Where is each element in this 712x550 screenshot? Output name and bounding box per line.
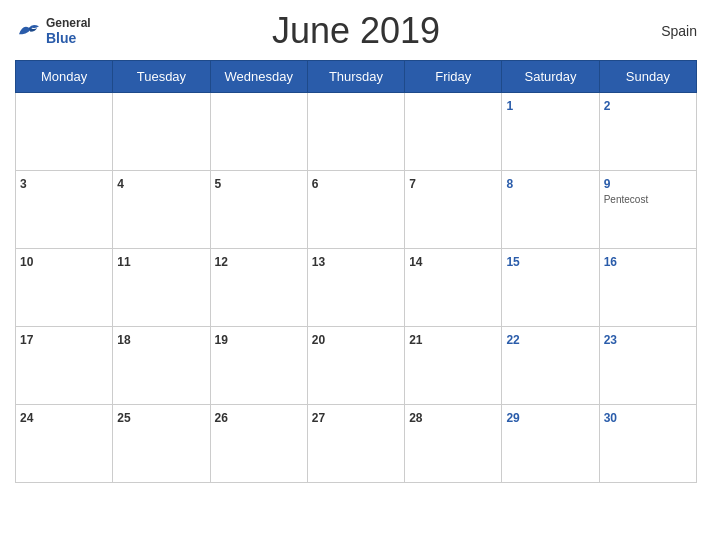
calendar-week-row: 3456789Pentecost bbox=[16, 171, 697, 249]
day-number: 29 bbox=[506, 411, 519, 425]
calendar-cell: 14 bbox=[405, 249, 502, 327]
calendar-cell: 7 bbox=[405, 171, 502, 249]
calendar-cell: 2 bbox=[599, 93, 696, 171]
calendar-cell: 25 bbox=[113, 405, 210, 483]
day-number: 3 bbox=[20, 177, 27, 191]
calendar-week-row: 12 bbox=[16, 93, 697, 171]
day-number: 21 bbox=[409, 333, 422, 347]
calendar-cell bbox=[307, 93, 404, 171]
weekday-sunday: Sunday bbox=[599, 61, 696, 93]
calendar-table: Monday Tuesday Wednesday Thursday Friday… bbox=[15, 60, 697, 483]
calendar-cell: 9Pentecost bbox=[599, 171, 696, 249]
calendar-cell: 10 bbox=[16, 249, 113, 327]
day-number: 27 bbox=[312, 411, 325, 425]
day-number: 6 bbox=[312, 177, 319, 191]
calendar-header: General Blue June 2019 Spain bbox=[15, 10, 697, 52]
day-number: 7 bbox=[409, 177, 416, 191]
weekday-monday: Monday bbox=[16, 61, 113, 93]
day-number: 18 bbox=[117, 333, 130, 347]
day-number: 22 bbox=[506, 333, 519, 347]
calendar-cell: 19 bbox=[210, 327, 307, 405]
country-label: Spain bbox=[661, 23, 697, 39]
day-number: 20 bbox=[312, 333, 325, 347]
calendar-week-row: 17181920212223 bbox=[16, 327, 697, 405]
calendar-cell bbox=[405, 93, 502, 171]
day-number: 5 bbox=[215, 177, 222, 191]
day-number: 4 bbox=[117, 177, 124, 191]
calendar-cell: 29 bbox=[502, 405, 599, 483]
weekday-saturday: Saturday bbox=[502, 61, 599, 93]
calendar-cell: 3 bbox=[16, 171, 113, 249]
calendar-cell: 21 bbox=[405, 327, 502, 405]
calendar-cell: 28 bbox=[405, 405, 502, 483]
calendar-cell: 20 bbox=[307, 327, 404, 405]
calendar-body: 123456789Pentecost1011121314151617181920… bbox=[16, 93, 697, 483]
logo-general-text: General bbox=[46, 16, 91, 30]
calendar-cell: 13 bbox=[307, 249, 404, 327]
calendar-cell: 4 bbox=[113, 171, 210, 249]
weekday-thursday: Thursday bbox=[307, 61, 404, 93]
calendar-title: June 2019 bbox=[272, 10, 440, 52]
day-number: 19 bbox=[215, 333, 228, 347]
calendar-week-row: 24252627282930 bbox=[16, 405, 697, 483]
weekday-wednesday: Wednesday bbox=[210, 61, 307, 93]
calendar-cell: 1 bbox=[502, 93, 599, 171]
calendar-cell bbox=[210, 93, 307, 171]
day-number: 11 bbox=[117, 255, 130, 269]
calendar-week-row: 10111213141516 bbox=[16, 249, 697, 327]
day-number: 15 bbox=[506, 255, 519, 269]
title-area: June 2019 bbox=[272, 10, 440, 52]
calendar-cell: 22 bbox=[502, 327, 599, 405]
logo-area: General Blue bbox=[15, 16, 91, 46]
day-number: 17 bbox=[20, 333, 33, 347]
day-number: 1 bbox=[506, 99, 513, 113]
calendar-cell: 6 bbox=[307, 171, 404, 249]
logo-text-area: General Blue bbox=[46, 16, 91, 46]
calendar-cell: 8 bbox=[502, 171, 599, 249]
calendar-cell: 16 bbox=[599, 249, 696, 327]
day-number: 24 bbox=[20, 411, 33, 425]
calendar-wrapper: General Blue June 2019 Spain Monday Tues… bbox=[0, 0, 712, 498]
logo-blue-text: Blue bbox=[46, 30, 91, 46]
logo-container: General Blue bbox=[15, 16, 91, 46]
day-number: 2 bbox=[604, 99, 611, 113]
day-number: 12 bbox=[215, 255, 228, 269]
calendar-cell: 5 bbox=[210, 171, 307, 249]
day-number: 23 bbox=[604, 333, 617, 347]
calendar-cell bbox=[16, 93, 113, 171]
day-number: 28 bbox=[409, 411, 422, 425]
calendar-cell: 15 bbox=[502, 249, 599, 327]
calendar-cell: 17 bbox=[16, 327, 113, 405]
day-number: 30 bbox=[604, 411, 617, 425]
calendar-cell: 12 bbox=[210, 249, 307, 327]
calendar-cell: 24 bbox=[16, 405, 113, 483]
calendar-cell: 18 bbox=[113, 327, 210, 405]
day-number: 10 bbox=[20, 255, 33, 269]
day-number: 14 bbox=[409, 255, 422, 269]
logo-bird-icon bbox=[15, 21, 43, 41]
day-number: 13 bbox=[312, 255, 325, 269]
day-number: 26 bbox=[215, 411, 228, 425]
weekday-tuesday: Tuesday bbox=[113, 61, 210, 93]
calendar-cell: 27 bbox=[307, 405, 404, 483]
day-number: 8 bbox=[506, 177, 513, 191]
day-number: 25 bbox=[117, 411, 130, 425]
weekday-header-row: Monday Tuesday Wednesday Thursday Friday… bbox=[16, 61, 697, 93]
calendar-cell bbox=[113, 93, 210, 171]
weekday-friday: Friday bbox=[405, 61, 502, 93]
calendar-cell: 11 bbox=[113, 249, 210, 327]
day-number: 9 bbox=[604, 177, 611, 191]
day-number: 16 bbox=[604, 255, 617, 269]
calendar-cell: 23 bbox=[599, 327, 696, 405]
event-label: Pentecost bbox=[604, 194, 692, 205]
calendar-cell: 26 bbox=[210, 405, 307, 483]
calendar-cell: 30 bbox=[599, 405, 696, 483]
